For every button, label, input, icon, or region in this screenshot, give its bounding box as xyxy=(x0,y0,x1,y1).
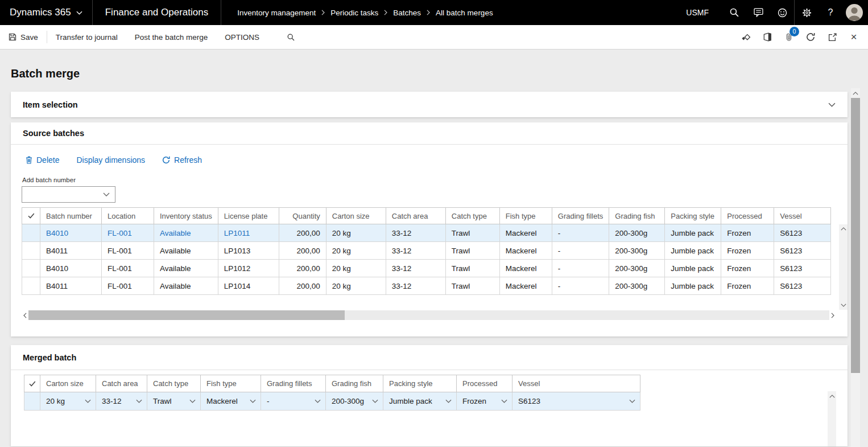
vertical-scrollbar-thumb[interactable] xyxy=(851,98,860,373)
cell-fish-type[interactable]: Mackerel xyxy=(499,260,552,277)
column-header-carton_size[interactable]: Carton size xyxy=(40,375,96,392)
refresh-page-button[interactable] xyxy=(800,25,821,50)
cell-processed[interactable]: Frozen xyxy=(721,242,774,260)
processed-combobox[interactable]: Frozen xyxy=(457,392,512,411)
cell-fish-type[interactable]: Mackerel xyxy=(499,224,552,242)
cell-location[interactable]: FL-001 xyxy=(102,277,154,295)
column-header-license_plate[interactable]: License plate xyxy=(218,208,279,224)
delete-button[interactable]: Delete xyxy=(26,155,59,165)
save-button[interactable]: Save xyxy=(0,25,47,49)
cell-packing-style[interactable]: Jumble pack xyxy=(665,224,721,242)
cell-catch-type[interactable]: Trawl xyxy=(445,260,499,277)
column-header-catch_type[interactable]: Catch type xyxy=(445,208,499,224)
item-selection-panel-header[interactable]: Item selection xyxy=(11,92,848,117)
power-apps-button[interactable] xyxy=(735,25,757,50)
open-in-office-button[interactable] xyxy=(757,25,778,50)
column-header-processed[interactable]: Processed xyxy=(457,375,512,392)
cell-location[interactable]: FL-001 xyxy=(102,242,154,260)
column-header-vessel[interactable]: Vessel xyxy=(774,208,831,224)
cell-processed[interactable]: Frozen xyxy=(721,260,774,277)
row-select-checkbox[interactable] xyxy=(22,224,40,242)
column-header-catch_area[interactable]: Catch area xyxy=(386,208,445,224)
catch-area-combobox[interactable]: 33-12 xyxy=(96,392,147,411)
catch-type-combobox[interactable]: Trawl xyxy=(147,392,201,411)
cell-catch-type[interactable]: Trawl xyxy=(445,224,499,242)
column-header-processed[interactable]: Processed xyxy=(721,208,774,224)
fish-type-combobox[interactable]: Mackerel xyxy=(201,392,261,411)
cell-catch-area[interactable]: 33-12 xyxy=(386,277,445,295)
cell-grading-fish[interactable]: 200-300g xyxy=(609,242,665,260)
company-picker[interactable]: USMF xyxy=(686,8,709,17)
cell-catch-type[interactable]: Trawl xyxy=(445,242,499,260)
page-vertical-scrollbar[interactable] xyxy=(851,88,860,447)
close-button[interactable]: × xyxy=(843,25,865,50)
cell-grading-fillets[interactable]: - xyxy=(552,242,609,260)
vessel-combobox[interactable]: S6123 xyxy=(512,392,640,411)
cell-grading-fillets[interactable]: - xyxy=(552,277,609,295)
cell-fish-type[interactable]: Mackerel xyxy=(499,277,552,295)
help-button[interactable]: ? xyxy=(819,0,842,25)
cell-carton-size[interactable]: 20 kg xyxy=(326,224,386,242)
cell-inventory-status[interactable]: Available xyxy=(154,224,218,242)
column-header-catch_type[interactable]: Catch type xyxy=(147,375,201,392)
cell-batch-number[interactable]: B4011 xyxy=(40,242,102,260)
column-header-quantity[interactable]: Quantity xyxy=(279,208,326,224)
cell-license-plate[interactable]: LP1012 xyxy=(218,260,279,277)
column-header-grading_fillets[interactable]: Grading fillets xyxy=(261,375,326,392)
column-header-catch_area[interactable]: Catch area xyxy=(96,375,147,392)
sentiment-button[interactable] xyxy=(770,0,794,25)
cell-fish-type[interactable]: Mackerel xyxy=(499,242,552,260)
cell-vessel[interactable]: S6123 xyxy=(774,242,831,260)
column-header-vessel[interactable]: Vessel xyxy=(512,375,640,392)
column-header-grading_fillets[interactable]: Grading fillets xyxy=(552,208,609,224)
cell-license-plate[interactable]: LP1013 xyxy=(218,242,279,260)
cell-packing-style[interactable]: Jumble pack xyxy=(665,242,721,260)
cell-license-plate[interactable]: LP1014 xyxy=(218,277,279,295)
cell-batch-number[interactable]: B4010 xyxy=(40,260,102,277)
cell-vessel[interactable]: S6123 xyxy=(774,260,831,277)
cell-grading-fish[interactable]: 200-300g xyxy=(609,224,665,242)
cell-carton-size[interactable]: 20 kg xyxy=(326,277,386,295)
row-select-checkbox[interactable] xyxy=(22,260,40,277)
cell-inventory-status[interactable]: Available xyxy=(154,260,218,277)
cell-quantity[interactable]: 200,00 xyxy=(279,260,326,277)
column-header-carton_size[interactable]: Carton size xyxy=(326,208,386,224)
open-in-new-window-button[interactable] xyxy=(821,25,843,50)
row-select-checkbox[interactable] xyxy=(22,277,40,295)
breadcrumb-item[interactable]: Batches xyxy=(393,9,421,17)
column-header-packing_style[interactable]: Packing style xyxy=(665,208,721,224)
grid-vertical-scrollbar[interactable] xyxy=(839,224,848,310)
column-header-inventory_status[interactable]: Inventory status xyxy=(154,208,218,224)
cell-grading-fish[interactable]: 200-300g xyxy=(609,277,665,295)
grading-fillets-combobox[interactable]: - xyxy=(261,392,326,411)
column-header-fish_type[interactable]: Fish type xyxy=(201,375,261,392)
cell-inventory-status[interactable]: Available xyxy=(154,242,218,260)
column-header-batch_number[interactable]: Batch number xyxy=(40,208,102,224)
cell-packing-style[interactable]: Jumble pack xyxy=(665,260,721,277)
grid-horizontal-scrollbar[interactable] xyxy=(22,310,836,320)
cell-catch-type[interactable]: Trawl xyxy=(445,277,499,295)
cell-packing-style[interactable]: Jumble pack xyxy=(665,277,721,295)
cell-catch-area[interactable]: 33-12 xyxy=(386,242,445,260)
transfer-to-journal-button[interactable]: Transfer to journal xyxy=(47,25,126,49)
cell-vessel[interactable]: S6123 xyxy=(774,277,831,295)
cell-processed[interactable]: Frozen xyxy=(721,224,774,242)
display-dimensions-button[interactable]: Display dimensions xyxy=(76,155,145,165)
horizontal-scrollbar-track[interactable] xyxy=(345,310,829,320)
user-avatar[interactable] xyxy=(846,4,863,21)
cell-catch-area[interactable]: 33-12 xyxy=(386,224,445,242)
cell-grading-fish[interactable]: 200-300g xyxy=(609,260,665,277)
cell-vessel[interactable]: S6123 xyxy=(774,224,831,242)
app-name-button[interactable]: Finance and Operations xyxy=(93,0,221,25)
cell-carton-size[interactable]: 20 kg xyxy=(326,260,386,277)
breadcrumb-item[interactable]: Periodic tasks xyxy=(330,9,378,17)
cell-processed[interactable]: Frozen xyxy=(721,277,774,295)
cell-grading-fillets[interactable]: - xyxy=(552,260,609,277)
column-header-grading_fish[interactable]: Grading fish xyxy=(609,208,665,224)
cell-carton-size[interactable]: 20 kg xyxy=(326,242,386,260)
attachments-button[interactable]: 0 xyxy=(778,25,800,50)
add-batch-number-combobox[interactable] xyxy=(22,186,115,203)
select-all-checkbox[interactable] xyxy=(22,208,40,224)
cell-batch-number[interactable]: B4010 xyxy=(40,224,102,242)
action-search-button[interactable] xyxy=(280,25,302,50)
